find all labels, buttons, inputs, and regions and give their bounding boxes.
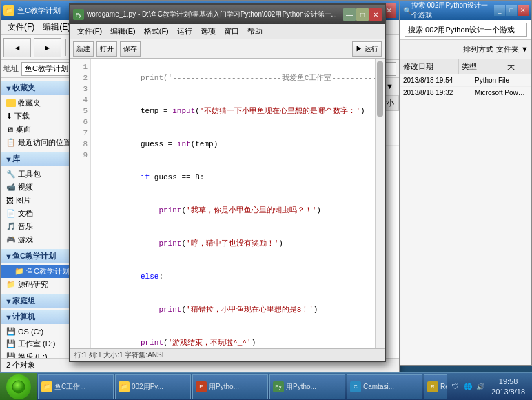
editor-menu-help[interactable]: 帮助 xyxy=(243,25,267,38)
taskbar-item-idle-label: 用Pytho... xyxy=(286,382,316,392)
editor-menu-window[interactable]: 窗口 xyxy=(220,25,243,38)
search-results: 2013/8/18 19:54 Python File 2013/8/18 19… xyxy=(400,74,531,365)
system-clock[interactable]: 19:58 2013/8/18 xyxy=(487,377,529,397)
editor-maximize-button[interactable]: □ xyxy=(356,8,369,21)
taskbar-item-recording[interactable]: R Recordin... xyxy=(424,374,447,399)
address-label: 地址 xyxy=(3,63,19,74)
search-window: 🔍 搜索 002用Python设计一个游戏 _ □ ✕ 排列方式 文件夹 ▼ 修… xyxy=(400,0,532,366)
taskbar-item-camtasia-label: Camtasi... xyxy=(363,383,394,390)
start-orb-icon xyxy=(6,374,31,399)
editor-menu-run[interactable]: 运行 xyxy=(173,25,196,38)
taskbar-right: 🛡 🌐 🔊 19:58 2013/8/18 xyxy=(447,373,532,401)
search-maximize-button[interactable]: □ xyxy=(506,5,517,16)
editor-run-button[interactable]: ▶ 运行 xyxy=(352,41,382,57)
svg-point-0 xyxy=(12,381,25,393)
taskbar-item-idle[interactable]: Py 用Pytho... xyxy=(269,374,345,399)
code-line-1: print('------------------------我爱鱼C工作室--… xyxy=(95,61,371,94)
002-taskbar-icon: 📁 xyxy=(119,381,130,392)
fishc-plan-icon: 📁 xyxy=(14,267,24,276)
desktop-icon: 🖥 xyxy=(6,126,14,134)
editor-menu-edit[interactable]: 编辑(E) xyxy=(106,25,140,38)
search-result-0[interactable]: 2013/8/18 19:54 Python File xyxy=(400,74,531,87)
code-line-6: print('哼，猜中了也没有奖励！') xyxy=(95,227,371,260)
c-drive-icon: 💾 xyxy=(6,327,16,336)
taskbar-item-002-label: 002用Py... xyxy=(132,382,163,392)
search-input-area xyxy=(400,20,531,40)
taskbar-item-fishc[interactable]: 📁 鱼C工作... xyxy=(38,374,114,399)
editor-save-button[interactable]: 保存 xyxy=(120,41,141,57)
editor-window: Py wordgame_1.py - D:\鱼C教学计划\零基础入门学习Pyth… xyxy=(69,3,386,362)
explorer-title-icon: 📁 xyxy=(3,5,14,16)
desktop: 📁 鱼C教学计划 _ □ ✕ 文件(F) 编辑(E) 查看 工具 帮助 ◄ ► … xyxy=(0,0,532,400)
code-line-8: print('猜错拉，小甲鱼现在心里想的是8！') xyxy=(95,293,371,326)
d-drive-icon: 💾 xyxy=(6,339,16,348)
idle-taskbar-icon: Py xyxy=(273,381,284,392)
editor-scroll-thumb[interactable] xyxy=(377,61,383,117)
tray-icon-shield: 🛡 xyxy=(450,381,461,392)
favorites-icon xyxy=(6,99,16,107)
taskbar-item-ppt-label: 用Pytho... xyxy=(209,382,239,392)
editor-menu-format[interactable]: 格式(F) xyxy=(140,25,173,38)
taskbar: 📁 鱼C工作... 📁 002用Py... P 用Pytho... Py 用Py… xyxy=(0,372,532,400)
downloads-icon: ⬇ xyxy=(6,112,12,121)
search-title: 搜索 002用Python设计一个游戏 xyxy=(411,1,494,20)
editor-body: 1 2 3 4 5 6 7 8 9 print('---------------… xyxy=(70,59,385,348)
search-date-0: 2013/8/18 19:54 xyxy=(403,77,475,84)
taskbar-item-recording-label: Recordin... xyxy=(440,383,447,390)
search-toolbar: 排列方式 文件夹 ▼ xyxy=(400,40,531,59)
search-type-1: Microsoft Power... xyxy=(475,89,529,97)
code-editor[interactable]: print('------------------------我爱鱼C工作室--… xyxy=(91,59,375,348)
editor-open-button[interactable]: 打开 xyxy=(96,41,117,57)
source-icon: 📁 xyxy=(6,280,16,289)
search-minimize-button[interactable]: _ xyxy=(494,5,505,16)
editor-menu-file[interactable]: 文件(F) xyxy=(73,25,106,38)
taskbar-items: 📁 鱼C工作... 📁 002用Py... P 用Pytho... Py 用Py… xyxy=(37,373,447,401)
code-line-7: else: xyxy=(95,260,371,293)
recent-icon: 📋 xyxy=(6,138,16,147)
clock-time: 19:58 xyxy=(491,377,525,386)
fishc-taskbar-icon: 📁 xyxy=(41,381,52,392)
taskbar-item-002[interactable]: 📁 002用Py... xyxy=(115,374,191,399)
editor-menu-options[interactable]: 选项 xyxy=(196,25,220,38)
documents-icon: 📄 xyxy=(6,209,16,218)
forward-button[interactable]: ► xyxy=(34,38,61,57)
pictures-icon: 🖼 xyxy=(6,197,14,205)
editor-window-controls: — □ ✕ xyxy=(343,8,382,21)
code-line-4: if guess == 8: xyxy=(95,161,371,194)
tools-icon: 🔧 xyxy=(6,170,16,179)
music-icon: 🎵 xyxy=(6,222,16,231)
taskbar-item-camtasia[interactable]: C Camtasi... xyxy=(347,374,422,399)
view-dropdown[interactable]: 文件夹 ▼ xyxy=(496,44,529,54)
editor-scrollbar[interactable] xyxy=(375,59,385,348)
ppt-taskbar-icon: P xyxy=(196,381,207,392)
search-col-headers: 修改日期 类型 大 xyxy=(400,59,531,74)
video-icon: 📹 xyxy=(6,183,16,192)
start-button[interactable] xyxy=(0,373,37,401)
code-line-2: temp = input('不妨猜一下小甲鱼现在心里想的是哪个数字：') xyxy=(95,94,371,128)
search-input[interactable] xyxy=(405,23,527,37)
search-date-1: 2013/8/18 19:32 xyxy=(403,89,475,97)
search-result-1[interactable]: 2013/8/18 19:32 Microsoft Power... xyxy=(400,87,531,99)
editor-close-button[interactable]: ✕ xyxy=(369,8,382,21)
games-icon: 🎮 xyxy=(6,235,16,244)
menu-file[interactable]: 文件(F) xyxy=(3,20,39,34)
search-col-type: 类型 xyxy=(459,59,504,74)
camtasia-taskbar-icon: C xyxy=(350,381,361,392)
editor-new-button[interactable]: 新建 xyxy=(73,41,94,57)
editor-toolbar: 新建 打开 保存 ▶ 运行 xyxy=(70,39,385,59)
editor-statusbar: 行:1 列:1 大小:1 字符集:ANSI xyxy=(70,348,385,361)
search-window-controls: _ □ ✕ xyxy=(494,5,529,16)
taskbar-item-ppt[interactable]: P 用Pytho... xyxy=(192,374,268,399)
clock-date: 2013/8/18 xyxy=(491,387,525,397)
editor-title-icon: Py xyxy=(73,9,84,20)
editor-minimize-button[interactable]: — xyxy=(343,8,356,21)
taskbar-item-fishc-label: 鱼C工作... xyxy=(54,382,86,392)
search-icon: 🔍 xyxy=(403,7,411,14)
search-close-button[interactable]: ✕ xyxy=(518,5,529,16)
back-button[interactable]: ◄ xyxy=(3,38,31,57)
editor-titlebar: Py wordgame_1.py - D:\鱼C教学计划\零基础入门学习Pyth… xyxy=(70,5,385,24)
code-line-3: guess = int(temp) xyxy=(95,128,371,161)
tray-icon-volume: 🔊 xyxy=(475,381,486,392)
code-line-9: print('游戏结束，不玩啦^_^') xyxy=(95,326,371,348)
search-col-size: 大 xyxy=(504,59,531,74)
